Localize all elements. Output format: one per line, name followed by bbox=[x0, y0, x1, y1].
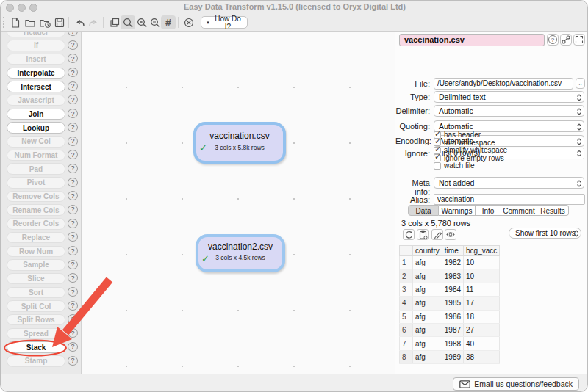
table-row[interactable]: 2 afg 1983 10 bbox=[400, 269, 500, 283]
sidebar-item-stamp[interactable]: Stamp bbox=[7, 355, 65, 367]
table-row[interactable]: 3 afg 1984 11 bbox=[400, 283, 500, 296]
sidebar-item-new-col[interactable]: New Col bbox=[7, 136, 65, 148]
file-path-field[interactable]: /Users/andyb/Desktop/vaccination.csv bbox=[434, 78, 573, 90]
help-icon[interactable]: ? bbox=[68, 137, 78, 146]
alias-field[interactable]: vaccination bbox=[434, 194, 585, 205]
col-header-time[interactable]: time bbox=[442, 246, 463, 256]
flow-canvas[interactable]: vaccination.csv 3 cols x 5.8k rows ✓ vac… bbox=[82, 32, 395, 374]
sidebar-item-intersect[interactable]: Intersect bbox=[7, 81, 65, 92]
sidebar-item-reorder-cols[interactable]: Reorder Cols bbox=[7, 218, 65, 230]
sidebar-item-stack[interactable]: Stack bbox=[7, 341, 65, 353]
cancel-icon[interactable] bbox=[182, 15, 196, 29]
email-feedback-button[interactable]: Email us questions/feedback bbox=[453, 377, 579, 391]
redo-icon[interactable] bbox=[86, 15, 101, 29]
help-icon[interactable]: ? bbox=[68, 32, 78, 36]
rows-filter-dropdown[interactable]: Show first 10 rows bbox=[509, 228, 581, 239]
help-icon[interactable]: ? bbox=[68, 273, 78, 283]
table-row[interactable]: 4 afg 1985 17 bbox=[400, 297, 500, 310]
help-icon[interactable]: ? bbox=[68, 260, 78, 269]
help-icon[interactable]: ? bbox=[68, 150, 78, 159]
col-header-bcg-vacc[interactable]: bcg_vacc bbox=[464, 246, 500, 256]
help-icon[interactable]: ? bbox=[68, 232, 78, 242]
table-row[interactable]: 7 afg 1988 40 bbox=[400, 337, 500, 350]
sidebar-item-rename-cols[interactable]: Rename Cols bbox=[7, 204, 65, 216]
table-row[interactable]: 1 afg 1982 10 bbox=[400, 256, 500, 269]
col-header-num[interactable] bbox=[400, 246, 413, 256]
open-recent-icon[interactable] bbox=[37, 15, 52, 29]
sidebar-item-interpolate[interactable]: Interpolate bbox=[7, 68, 65, 79]
help-icon[interactable]: ? bbox=[68, 219, 78, 228]
tab-warnings[interactable]: Warnings bbox=[439, 205, 476, 216]
sidebar-item-remove-cols[interactable]: Remove Cols bbox=[7, 191, 65, 203]
sidebar-item-lookup[interactable]: Lookup bbox=[7, 122, 65, 134]
connection-icon[interactable] bbox=[560, 34, 572, 46]
new-file-icon[interactable] bbox=[8, 15, 23, 29]
checkbox-icon[interactable]: ✓ bbox=[434, 154, 441, 161]
help-icon[interactable]: ? bbox=[68, 356, 78, 366]
table-row[interactable]: 8 afg 1989 38 bbox=[400, 350, 500, 363]
save-icon[interactable] bbox=[52, 15, 67, 29]
how-do-i-button[interactable]: ▼ How Do I? bbox=[201, 16, 248, 29]
sidebar-item-row-num[interactable]: Row Num bbox=[7, 246, 65, 258]
help-icon[interactable]: ? bbox=[68, 109, 78, 118]
help-icon[interactable]: ? bbox=[547, 34, 559, 46]
help-icon[interactable]: ? bbox=[68, 164, 78, 173]
tab-results[interactable]: Results bbox=[537, 205, 569, 216]
copy-to-clipboard-icon[interactable] bbox=[417, 229, 429, 240]
help-icon[interactable]: ? bbox=[68, 301, 78, 311]
browse-file-button[interactable]: .. bbox=[576, 78, 585, 89]
sidebar-item-join[interactable]: Join bbox=[7, 109, 65, 120]
undo-icon[interactable] bbox=[73, 15, 87, 29]
help-icon[interactable]: ? bbox=[68, 68, 78, 77]
help-icon[interactable]: ? bbox=[68, 314, 78, 324]
tab-info[interactable]: Info bbox=[476, 205, 501, 216]
help-icon[interactable]: ? bbox=[68, 287, 78, 297]
node-vaccination-csv[interactable]: vaccination.csv 3 cols x 5.8k rows ✓ bbox=[193, 122, 286, 164]
edit-icon[interactable] bbox=[431, 229, 443, 240]
sidebar-item-javascript[interactable]: Javascript bbox=[7, 95, 65, 106]
duplicate-icon[interactable] bbox=[107, 15, 122, 29]
table-row[interactable]: 5 afg 1986 18 bbox=[400, 310, 500, 323]
sidebar-item-header[interactable]: Header bbox=[7, 32, 65, 37]
expand-icon[interactable] bbox=[573, 34, 585, 46]
help-icon[interactable]: ? bbox=[68, 54, 78, 63]
zoom-in-icon[interactable] bbox=[135, 15, 149, 29]
refresh-icon[interactable] bbox=[403, 229, 415, 240]
meta-info-dropdown[interactable]: Not added bbox=[434, 177, 584, 189]
spinner-icon[interactable] bbox=[576, 149, 582, 159]
help-icon[interactable]: ? bbox=[68, 342, 78, 352]
sidebar-item-pivot[interactable]: Pivot bbox=[7, 177, 65, 189]
help-icon[interactable]: ? bbox=[68, 246, 78, 255]
checkbox-trim-whitespace[interactable]: ✓ trim whitespace bbox=[434, 139, 495, 147]
open-file-icon[interactable] bbox=[23, 15, 37, 29]
node-name-field[interactable]: vaccination.csv bbox=[399, 34, 545, 46]
help-icon[interactable]: ? bbox=[68, 95, 78, 104]
type-dropdown[interactable]: Delimited text bbox=[434, 91, 584, 103]
sidebar-item-split-col[interactable]: Split Col bbox=[7, 300, 65, 312]
help-icon[interactable]: ? bbox=[68, 40, 78, 50]
sidebar-item-sample[interactable]: Sample bbox=[7, 259, 65, 271]
delimiter-dropdown[interactable]: Automatic bbox=[434, 105, 584, 117]
table-row[interactable]: 6 afg 1987 27 bbox=[400, 323, 500, 336]
help-icon[interactable]: ? bbox=[68, 178, 78, 187]
sidebar-item-insert[interactable]: Insert bbox=[7, 54, 65, 65]
sidebar-item-split-rows[interactable]: Split Rows bbox=[7, 314, 65, 326]
sidebar-item-spread[interactable]: Spread bbox=[7, 328, 65, 340]
help-icon[interactable]: ? bbox=[68, 123, 78, 132]
checkbox-simplify-whitespace[interactable]: ✓ simplify whitespace bbox=[434, 146, 507, 154]
sidebar-item-num-format[interactable]: Num Format bbox=[7, 150, 65, 161]
sidebar-item-sort[interactable]: Sort bbox=[7, 287, 65, 299]
pan-zoom-icon[interactable] bbox=[121, 15, 135, 29]
help-icon[interactable]: ? bbox=[68, 205, 78, 214]
zoom-out-icon[interactable] bbox=[148, 15, 162, 29]
help-icon[interactable]: ? bbox=[68, 191, 78, 200]
view-icon[interactable] bbox=[445, 229, 456, 240]
help-icon[interactable]: ? bbox=[68, 81, 78, 91]
help-icon[interactable]: ? bbox=[68, 328, 78, 338]
grid-snap-icon[interactable]: # bbox=[161, 15, 176, 29]
sidebar-item-if[interactable]: If bbox=[7, 40, 65, 51]
checkbox-icon[interactable] bbox=[434, 162, 441, 170]
col-header-country[interactable]: country bbox=[413, 246, 442, 256]
checkbox-watch-file[interactable]: watch file bbox=[434, 161, 475, 170]
tab-comment[interactable]: Comment bbox=[501, 205, 537, 216]
